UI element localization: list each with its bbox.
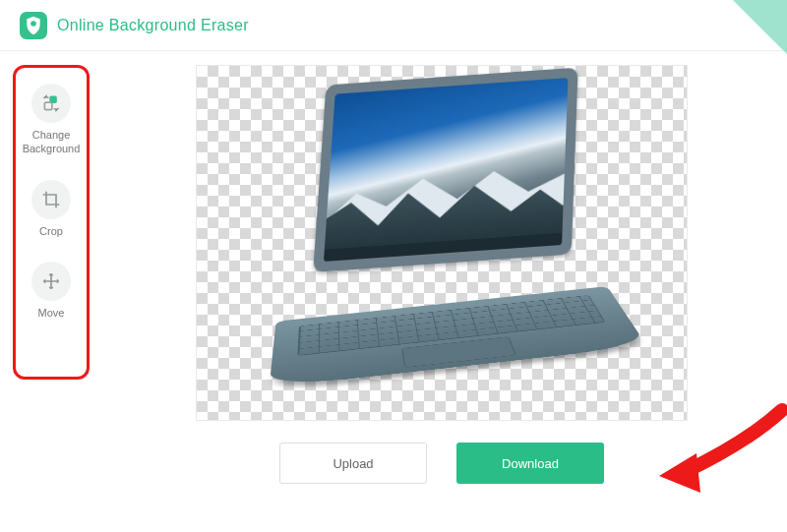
svg-marker-3 — [659, 453, 700, 493]
sidebar-area: Change Background Crop — [0, 51, 96, 532]
svg-point-0 — [30, 21, 36, 27]
app-header: Online Background Eraser — [0, 0, 787, 51]
app-body: Change Background Crop — [0, 51, 787, 532]
editor-main: Upload Download — [96, 51, 787, 532]
change-background-icon — [31, 84, 71, 123]
page-accent-corner — [733, 0, 787, 54]
app-title: Online Background Eraser — [57, 17, 249, 34]
tool-sidebar: Change Background Crop — [13, 65, 90, 380]
download-button[interactable]: Download — [456, 443, 604, 484]
tool-label: Change Background — [17, 129, 86, 156]
move-icon — [31, 262, 71, 301]
shield-icon — [26, 16, 41, 35]
tool-crop[interactable]: Crop — [16, 174, 87, 247]
svg-rect-2 — [44, 102, 52, 110]
action-bar: Upload Download — [279, 443, 604, 484]
app-logo — [20, 12, 47, 39]
tool-move[interactable]: Move — [16, 256, 87, 328]
tool-label: Crop — [17, 225, 86, 239]
image-canvas[interactable] — [196, 65, 688, 421]
result-image — [234, 65, 650, 421]
upload-button[interactable]: Upload — [279, 443, 427, 484]
tool-label: Move — [17, 307, 86, 321]
crop-icon — [31, 180, 71, 219]
tool-change-background[interactable]: Change Background — [16, 78, 87, 164]
